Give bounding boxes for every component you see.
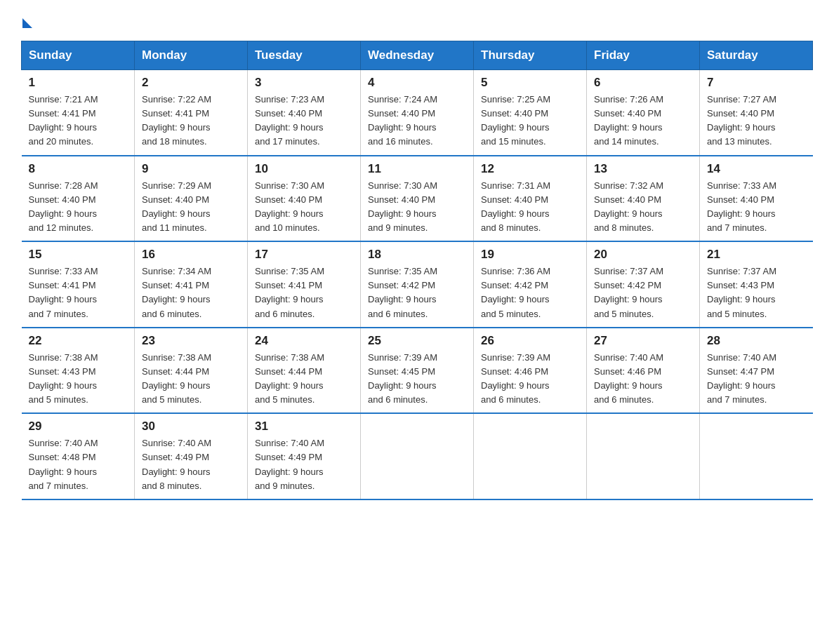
day-number: 2 — [142, 76, 240, 90]
calendar-cell: 29 Sunrise: 7:40 AMSunset: 4:48 PMDaylig… — [22, 413, 135, 499]
calendar-cell: 13 Sunrise: 7:32 AMSunset: 4:40 PMDaylig… — [587, 156, 700, 242]
header-thursday: Thursday — [474, 41, 587, 70]
calendar-header-row: SundayMondayTuesdayWednesdayThursdayFrid… — [22, 41, 813, 70]
calendar-week-row: 15 Sunrise: 7:33 AMSunset: 4:41 PMDaylig… — [22, 241, 813, 328]
day-number: 14 — [707, 162, 806, 176]
calendar-cell — [474, 413, 587, 499]
day-number: 4 — [368, 76, 466, 90]
day-info: Sunrise: 7:40 AMSunset: 4:48 PMDaylight:… — [29, 438, 98, 490]
day-number: 20 — [594, 248, 692, 262]
calendar-cell: 15 Sunrise: 7:33 AMSunset: 4:41 PMDaylig… — [22, 241, 135, 328]
calendar-cell: 16 Sunrise: 7:34 AMSunset: 4:41 PMDaylig… — [135, 241, 248, 328]
day-info: Sunrise: 7:30 AMSunset: 4:40 PMDaylight:… — [368, 180, 437, 233]
day-info: Sunrise: 7:40 AMSunset: 4:47 PMDaylight:… — [707, 352, 776, 405]
header-sunday: Sunday — [22, 41, 135, 70]
day-number: 26 — [481, 334, 579, 348]
day-number: 24 — [255, 334, 353, 348]
day-number: 16 — [142, 248, 240, 262]
calendar-cell: 24 Sunrise: 7:38 AMSunset: 4:44 PMDaylig… — [248, 328, 361, 414]
day-info: Sunrise: 7:40 AMSunset: 4:49 PMDaylight:… — [255, 438, 324, 490]
day-info: Sunrise: 7:27 AMSunset: 4:40 PMDaylight:… — [707, 94, 776, 147]
day-number: 12 — [481, 162, 579, 176]
header-wednesday: Wednesday — [361, 41, 474, 70]
logo — [21, 14, 32, 28]
day-info: Sunrise: 7:34 AMSunset: 4:41 PMDaylight:… — [142, 266, 211, 318]
header-monday: Monday — [135, 41, 248, 70]
calendar-cell: 8 Sunrise: 7:28 AMSunset: 4:40 PMDayligh… — [22, 156, 135, 242]
day-info: Sunrise: 7:31 AMSunset: 4:40 PMDaylight:… — [481, 180, 550, 233]
day-info: Sunrise: 7:21 AMSunset: 4:41 PMDaylight:… — [29, 94, 98, 147]
header-tuesday: Tuesday — [248, 41, 361, 70]
day-info: Sunrise: 7:32 AMSunset: 4:40 PMDaylight:… — [594, 180, 663, 233]
calendar-cell — [700, 413, 813, 499]
calendar-cell: 14 Sunrise: 7:33 AMSunset: 4:40 PMDaylig… — [700, 156, 813, 242]
calendar-cell: 30 Sunrise: 7:40 AMSunset: 4:49 PMDaylig… — [135, 413, 248, 499]
calendar-cell: 5 Sunrise: 7:25 AMSunset: 4:40 PMDayligh… — [474, 70, 587, 156]
calendar-cell: 4 Sunrise: 7:24 AMSunset: 4:40 PMDayligh… — [361, 70, 474, 156]
calendar-week-row: 8 Sunrise: 7:28 AMSunset: 4:40 PMDayligh… — [22, 156, 813, 242]
day-number: 19 — [481, 248, 579, 262]
page-header — [21, 14, 813, 28]
calendar-cell: 23 Sunrise: 7:38 AMSunset: 4:44 PMDaylig… — [135, 328, 248, 414]
day-info: Sunrise: 7:39 AMSunset: 4:46 PMDaylight:… — [481, 352, 550, 405]
day-info: Sunrise: 7:39 AMSunset: 4:45 PMDaylight:… — [368, 352, 437, 405]
calendar-table: SundayMondayTuesdayWednesdayThursdayFrid… — [21, 41, 813, 500]
day-number: 23 — [142, 334, 240, 348]
day-number: 17 — [255, 248, 353, 262]
calendar-cell — [587, 413, 700, 499]
day-info: Sunrise: 7:22 AMSunset: 4:41 PMDaylight:… — [142, 94, 211, 147]
day-info: Sunrise: 7:37 AMSunset: 4:42 PMDaylight:… — [594, 266, 663, 318]
day-info: Sunrise: 7:24 AMSunset: 4:40 PMDaylight:… — [368, 94, 437, 147]
calendar-cell: 3 Sunrise: 7:23 AMSunset: 4:40 PMDayligh… — [248, 70, 361, 156]
day-info: Sunrise: 7:28 AMSunset: 4:40 PMDaylight:… — [29, 180, 98, 233]
day-number: 11 — [368, 162, 466, 176]
day-info: Sunrise: 7:23 AMSunset: 4:40 PMDaylight:… — [255, 94, 324, 147]
day-number: 8 — [29, 162, 128, 176]
day-info: Sunrise: 7:35 AMSunset: 4:41 PMDaylight:… — [255, 266, 324, 318]
calendar-cell: 12 Sunrise: 7:31 AMSunset: 4:40 PMDaylig… — [474, 156, 587, 242]
calendar-cell: 11 Sunrise: 7:30 AMSunset: 4:40 PMDaylig… — [361, 156, 474, 242]
day-number: 25 — [368, 334, 466, 348]
header-friday: Friday — [587, 41, 700, 70]
header-saturday: Saturday — [700, 41, 813, 70]
day-info: Sunrise: 7:40 AMSunset: 4:49 PMDaylight:… — [142, 438, 211, 490]
day-number: 13 — [594, 162, 692, 176]
calendar-cell: 9 Sunrise: 7:29 AMSunset: 4:40 PMDayligh… — [135, 156, 248, 242]
calendar-week-row: 1 Sunrise: 7:21 AMSunset: 4:41 PMDayligh… — [22, 70, 813, 156]
day-number: 18 — [368, 248, 466, 262]
day-info: Sunrise: 7:29 AMSunset: 4:40 PMDaylight:… — [142, 180, 211, 233]
day-number: 21 — [707, 248, 806, 262]
calendar-cell: 25 Sunrise: 7:39 AMSunset: 4:45 PMDaylig… — [361, 328, 474, 414]
calendar-cell: 6 Sunrise: 7:26 AMSunset: 4:40 PMDayligh… — [587, 70, 700, 156]
day-info: Sunrise: 7:40 AMSunset: 4:46 PMDaylight:… — [594, 352, 663, 405]
calendar-cell: 26 Sunrise: 7:39 AMSunset: 4:46 PMDaylig… — [474, 328, 587, 414]
day-number: 1 — [29, 76, 128, 90]
day-info: Sunrise: 7:26 AMSunset: 4:40 PMDaylight:… — [594, 94, 663, 147]
day-info: Sunrise: 7:38 AMSunset: 4:44 PMDaylight:… — [255, 352, 324, 405]
calendar-cell — [361, 413, 474, 499]
day-number: 6 — [594, 76, 692, 90]
day-number: 31 — [255, 420, 353, 434]
day-info: Sunrise: 7:35 AMSunset: 4:42 PMDaylight:… — [368, 266, 437, 318]
day-number: 3 — [255, 76, 353, 90]
day-number: 29 — [29, 420, 128, 434]
calendar-cell: 18 Sunrise: 7:35 AMSunset: 4:42 PMDaylig… — [361, 241, 474, 328]
day-info: Sunrise: 7:30 AMSunset: 4:40 PMDaylight:… — [255, 180, 324, 233]
calendar-week-row: 29 Sunrise: 7:40 AMSunset: 4:48 PMDaylig… — [22, 413, 813, 499]
calendar-cell: 19 Sunrise: 7:36 AMSunset: 4:42 PMDaylig… — [474, 241, 587, 328]
day-info: Sunrise: 7:33 AMSunset: 4:40 PMDaylight:… — [707, 180, 776, 233]
calendar-cell: 28 Sunrise: 7:40 AMSunset: 4:47 PMDaylig… — [700, 328, 813, 414]
calendar-week-row: 22 Sunrise: 7:38 AMSunset: 4:43 PMDaylig… — [22, 328, 813, 414]
calendar-cell: 7 Sunrise: 7:27 AMSunset: 4:40 PMDayligh… — [700, 70, 813, 156]
calendar-cell: 17 Sunrise: 7:35 AMSunset: 4:41 PMDaylig… — [248, 241, 361, 328]
day-info: Sunrise: 7:36 AMSunset: 4:42 PMDaylight:… — [481, 266, 550, 318]
day-number: 28 — [707, 334, 806, 348]
day-info: Sunrise: 7:38 AMSunset: 4:43 PMDaylight:… — [29, 352, 98, 405]
calendar-cell: 2 Sunrise: 7:22 AMSunset: 4:41 PMDayligh… — [135, 70, 248, 156]
calendar-cell: 31 Sunrise: 7:40 AMSunset: 4:49 PMDaylig… — [248, 413, 361, 499]
calendar-cell: 1 Sunrise: 7:21 AMSunset: 4:41 PMDayligh… — [22, 70, 135, 156]
day-number: 15 — [29, 248, 128, 262]
calendar-cell: 20 Sunrise: 7:37 AMSunset: 4:42 PMDaylig… — [587, 241, 700, 328]
calendar-cell: 27 Sunrise: 7:40 AMSunset: 4:46 PMDaylig… — [587, 328, 700, 414]
calendar-cell: 22 Sunrise: 7:38 AMSunset: 4:43 PMDaylig… — [22, 328, 135, 414]
